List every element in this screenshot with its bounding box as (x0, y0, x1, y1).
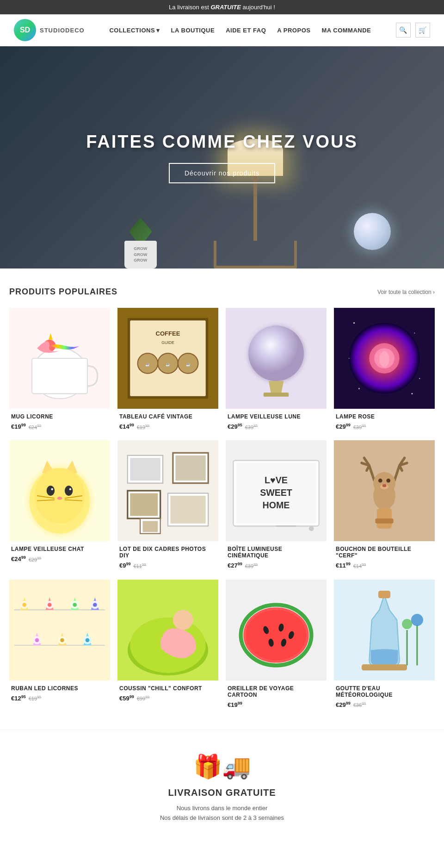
svg-point-94 (86, 638, 90, 642)
product-card[interactable]: PROMO (334, 308, 435, 433)
product-name: LAMPE VEILLEUSE CHAT (11, 546, 108, 552)
product-image-wrap: PROMO L♥VE SWEET HOME (226, 440, 327, 541)
product-card[interactable]: PROMO COUSSIN "CHILL" CONFORT€5999€9999 (117, 580, 218, 711)
lamp-tripod-decor (214, 241, 297, 269)
nav-item-commande[interactable]: MA COMMANDE (321, 27, 371, 34)
lamp-base-decor (253, 176, 257, 241)
product-card[interactable]: OREILLER DE VOYAGE CARTOON€1999 (226, 580, 327, 711)
svg-rect-110 (378, 591, 390, 598)
shipping-title: LIVRAISON GRATUITE (9, 787, 435, 798)
product-name: MUG LICORNE (11, 413, 108, 420)
nav-item-aide[interactable]: AIDE ET FAQ (226, 27, 266, 34)
product-image-wrap (226, 580, 327, 681)
svg-point-36 (51, 488, 53, 490)
chevron-down-icon: ▾ (156, 27, 160, 34)
product-image (9, 580, 110, 681)
price-original: €1499 (353, 562, 366, 569)
svg-point-98 (173, 610, 193, 630)
product-image-wrap: PROMO (334, 440, 435, 541)
svg-text:☕: ☕ (166, 362, 170, 367)
svg-point-60 (309, 526, 314, 531)
product-image-wrap: PROMO (117, 440, 218, 541)
svg-point-88 (35, 638, 39, 642)
svg-rect-71 (9, 580, 110, 681)
product-image-wrap: PROMO (9, 440, 110, 541)
header-icons: 🔍 🛒 (396, 23, 430, 37)
moon-lamp-decor (354, 213, 391, 250)
svg-point-28 (411, 393, 413, 394)
main-nav: COLLECTIONS ▾ LA BOUTIQUE AIDE ET FAQ A … (109, 27, 371, 34)
product-card[interactable]: PROMO GOUTTE D'EAU MÉTÉOROLOGIQUE€2999€3… (334, 580, 435, 711)
view-all-link[interactable]: Voir toute la collection › (377, 289, 435, 295)
svg-rect-70 (375, 518, 393, 524)
section-title: PRODUITS POPULAIRES (9, 287, 117, 297)
price-original: €3699 (353, 701, 366, 708)
svg-marker-17 (269, 381, 284, 393)
product-card[interactable]: PROMO (9, 580, 110, 711)
svg-text:SWEET: SWEET (260, 487, 292, 498)
product-name: COUSSIN "CHILL" CONFORT (119, 685, 216, 692)
product-image-wrap: PROMO (9, 308, 110, 409)
cart-button[interactable]: 🛒 (415, 23, 430, 37)
svg-rect-18 (264, 393, 289, 397)
price-original: €2999 (29, 556, 41, 562)
product-name: TABLEAU CAFÉ VINTAGE (119, 413, 216, 420)
svg-text:COFFEE: COFFEE (155, 330, 180, 337)
product-name: LAMPE VEILLEUSE LUNE (228, 413, 325, 420)
search-icon: 🔍 (399, 26, 407, 34)
price-current: €1199 (336, 562, 351, 569)
nav-item-apropos[interactable]: A PROPOS (277, 27, 310, 34)
products-grid: PROMO MUG LICORNE (9, 308, 435, 711)
product-image (334, 580, 435, 681)
svg-point-81 (73, 603, 77, 607)
svg-point-24 (414, 332, 415, 333)
svg-rect-69 (377, 508, 392, 529)
hero-title: FAITES COMME CHEZ VOUS (86, 132, 358, 152)
product-card[interactable]: PROMO COFFEE GUIDE ☕ ☕ ☕ TABLEAU CAFÉ VI… (117, 308, 218, 433)
product-card[interactable]: PROMO L♥VE SWEET HOME BOÎTE LUMINEUSE CI… (226, 440, 327, 572)
product-image (117, 580, 218, 681)
svg-point-113 (411, 614, 423, 626)
product-card[interactable]: PROMO BOUCHON DE BOUTEILLE "CERF"€1199€1… (334, 440, 435, 572)
svg-point-23 (353, 322, 355, 324)
nav-item-boutique[interactable]: LA BOUTIQUE (171, 27, 215, 34)
nav-item-collections[interactable]: COLLECTIONS ▾ (109, 27, 160, 34)
svg-point-68 (382, 484, 387, 487)
product-image-wrap: PROMO (334, 580, 435, 681)
price-current: €2999 (336, 701, 351, 708)
product-image-wrap: PROMO (226, 308, 327, 409)
search-button[interactable]: 🔍 (396, 23, 411, 37)
svg-point-115 (402, 619, 412, 629)
product-card[interactable]: PROMO MUG LICORNE (9, 308, 110, 433)
price-current: €1999 (11, 423, 26, 430)
product-name: GOUTTE D'EAU MÉTÉOROLOGIQUE (336, 685, 433, 698)
top-banner: La livraison est GRATUITE aujourd'hui ! (0, 0, 444, 14)
price-original: €3999 (353, 424, 366, 430)
price-current: €1295 (11, 694, 26, 702)
price-current: €2499 (11, 555, 26, 562)
plant-pot-decor: GROWGROWGROW (124, 218, 157, 269)
price-original: €3999 (245, 562, 258, 569)
price-current: €1999 (228, 701, 242, 708)
product-card[interactable]: PROMO LOT DE DIX CADRES PHOTOS DIY€999€1… (117, 440, 218, 572)
svg-point-65 (378, 479, 382, 483)
product-name: LAMPE ROSE (336, 413, 433, 420)
svg-point-34 (47, 486, 55, 496)
svg-rect-111 (362, 664, 407, 670)
product-card[interactable]: PROMO LAMPE VEILLEUSE LUNE€2995€3995 (226, 308, 327, 433)
price-original: €3995 (245, 424, 258, 430)
product-image (334, 308, 435, 409)
hero-cta-button[interactable]: Découvrir nos produits (169, 163, 275, 183)
svg-text:GUIDE: GUIDE (161, 340, 174, 345)
product-card[interactable]: PROMO (9, 440, 110, 572)
svg-text:HOME: HOME (263, 500, 290, 510)
shipping-icon: 🎁🚚 (9, 753, 435, 780)
price-original: €9999 (137, 695, 149, 701)
logo-circle: SD (14, 19, 36, 41)
price-current: €5999 (119, 694, 134, 702)
svg-point-84 (93, 603, 97, 607)
svg-point-35 (65, 486, 73, 496)
logo-link[interactable]: SD STUDIODECO (14, 19, 85, 41)
svg-rect-45 (130, 458, 160, 481)
product-image-wrap: PROMO (9, 580, 110, 681)
